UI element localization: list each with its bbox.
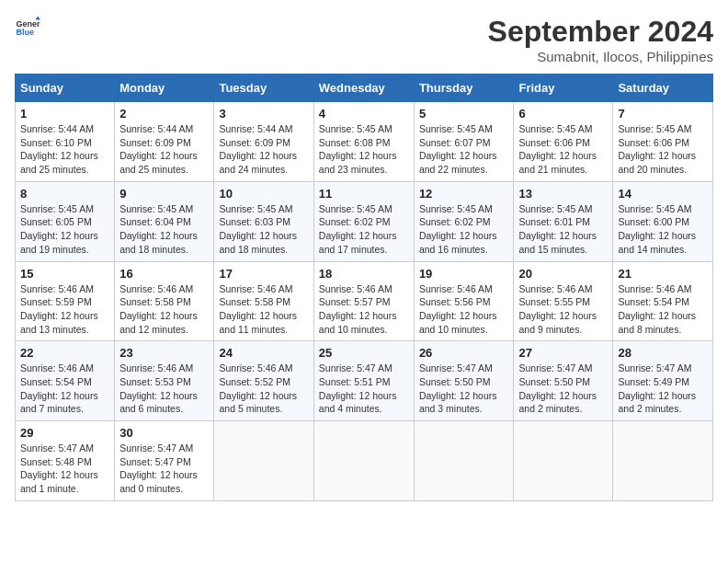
day-number: 14 [618,187,708,201]
day-number: 2 [119,107,209,121]
table-cell: 8Sunrise: 5:45 AM Sunset: 6:05 PM Daylig… [16,181,115,261]
col-tuesday: Tuesday [214,75,313,102]
table-cell: 16Sunrise: 5:46 AM Sunset: 5:58 PM Dayli… [115,261,214,341]
day-info: Sunrise: 5:46 AM Sunset: 5:58 PM Dayligh… [119,282,209,337]
day-number: 30 [119,426,209,440]
logo-icon: General Blue [15,15,40,40]
table-cell: 7Sunrise: 5:45 AM Sunset: 6:06 PM Daylig… [613,102,713,182]
day-number: 21 [618,267,708,281]
day-info: Sunrise: 5:45 AM Sunset: 6:07 PM Dayligh… [419,122,509,177]
day-number: 11 [319,187,409,201]
day-number: 18 [319,267,409,281]
day-info: Sunrise: 5:45 AM Sunset: 6:06 PM Dayligh… [618,122,708,177]
table-cell [313,421,414,501]
table-cell: 6Sunrise: 5:45 AM Sunset: 6:06 PM Daylig… [514,102,613,182]
table-cell [414,421,514,501]
day-info: Sunrise: 5:44 AM Sunset: 6:09 PM Dayligh… [219,122,308,177]
table-cell: 27Sunrise: 5:47 AM Sunset: 5:50 PM Dayli… [514,341,613,421]
col-wednesday: Wednesday [313,75,414,102]
table-cell: 26Sunrise: 5:47 AM Sunset: 5:50 PM Dayli… [414,341,514,421]
day-number: 5 [419,107,509,121]
col-friday: Friday [514,75,613,102]
calendar-week-row: 22Sunrise: 5:46 AM Sunset: 5:54 PM Dayli… [16,341,713,421]
day-info: Sunrise: 5:46 AM Sunset: 5:54 PM Dayligh… [618,282,708,337]
table-cell: 20Sunrise: 5:46 AM Sunset: 5:55 PM Dayli… [514,261,613,341]
table-cell: 9Sunrise: 5:45 AM Sunset: 6:04 PM Daylig… [115,181,214,261]
page-header: General Blue September 2024 Sumabnit, Il… [15,15,713,64]
day-number: 29 [20,426,109,440]
table-cell: 21Sunrise: 5:46 AM Sunset: 5:54 PM Dayli… [613,261,713,341]
day-info: Sunrise: 5:47 AM Sunset: 5:51 PM Dayligh… [319,362,409,416]
day-number: 3 [219,107,308,121]
day-number: 22 [20,346,109,360]
day-number: 20 [518,267,608,281]
table-cell [613,421,713,501]
day-number: 8 [20,187,109,201]
table-cell: 13Sunrise: 5:45 AM Sunset: 6:01 PM Dayli… [514,181,613,261]
day-number: 9 [119,187,209,201]
day-number: 1 [20,107,109,121]
col-saturday: Saturday [613,75,713,102]
day-info: Sunrise: 5:45 AM Sunset: 6:01 PM Dayligh… [518,202,608,257]
table-cell: 10Sunrise: 5:45 AM Sunset: 6:03 PM Dayli… [214,181,313,261]
day-number: 16 [119,267,209,281]
location-subtitle: Sumabnit, Ilocos, Philippines [488,49,713,64]
calendar-week-row: 8Sunrise: 5:45 AM Sunset: 6:05 PM Daylig… [16,181,713,261]
calendar-week-row: 29Sunrise: 5:47 AM Sunset: 5:48 PM Dayli… [16,421,713,501]
table-cell: 11Sunrise: 5:45 AM Sunset: 6:02 PM Dayli… [313,181,414,261]
table-cell: 2Sunrise: 5:44 AM Sunset: 6:09 PM Daylig… [115,102,214,182]
day-info: Sunrise: 5:45 AM Sunset: 6:08 PM Dayligh… [319,122,409,177]
table-cell: 28Sunrise: 5:47 AM Sunset: 5:49 PM Dayli… [613,341,713,421]
table-cell: 14Sunrise: 5:45 AM Sunset: 6:00 PM Dayli… [613,181,713,261]
day-number: 28 [618,346,708,360]
day-number: 6 [518,107,608,121]
day-info: Sunrise: 5:45 AM Sunset: 6:00 PM Dayligh… [618,202,708,257]
day-info: Sunrise: 5:46 AM Sunset: 5:53 PM Dayligh… [119,362,209,416]
table-cell: 22Sunrise: 5:46 AM Sunset: 5:54 PM Dayli… [16,341,115,421]
table-cell: 15Sunrise: 5:46 AM Sunset: 5:59 PM Dayli… [16,261,115,341]
day-info: Sunrise: 5:47 AM Sunset: 5:47 PM Dayligh… [119,442,209,496]
day-number: 17 [219,267,308,281]
table-cell: 18Sunrise: 5:46 AM Sunset: 5:57 PM Dayli… [313,261,414,341]
header-row: Sunday Monday Tuesday Wednesday Thursday… [16,75,713,102]
table-cell: 3Sunrise: 5:44 AM Sunset: 6:09 PM Daylig… [214,102,313,182]
table-cell: 12Sunrise: 5:45 AM Sunset: 6:02 PM Dayli… [414,181,514,261]
col-thursday: Thursday [414,75,514,102]
day-number: 15 [20,267,109,281]
day-info: Sunrise: 5:46 AM Sunset: 5:52 PM Dayligh… [219,362,308,416]
table-cell: 25Sunrise: 5:47 AM Sunset: 5:51 PM Dayli… [313,341,414,421]
calendar-week-row: 1Sunrise: 5:44 AM Sunset: 6:10 PM Daylig… [16,102,713,182]
svg-text:General: General [16,19,40,29]
day-info: Sunrise: 5:45 AM Sunset: 6:05 PM Dayligh… [20,202,109,257]
day-info: Sunrise: 5:46 AM Sunset: 5:54 PM Dayligh… [20,362,109,416]
day-info: Sunrise: 5:45 AM Sunset: 6:02 PM Dayligh… [419,202,509,257]
table-cell [514,421,613,501]
day-number: 27 [518,346,608,360]
calendar-table: Sunday Monday Tuesday Wednesday Thursday… [15,74,713,501]
table-cell: 4Sunrise: 5:45 AM Sunset: 6:08 PM Daylig… [313,102,414,182]
day-info: Sunrise: 5:47 AM Sunset: 5:49 PM Dayligh… [618,362,708,416]
day-info: Sunrise: 5:44 AM Sunset: 6:09 PM Dayligh… [119,122,209,177]
day-info: Sunrise: 5:45 AM Sunset: 6:06 PM Dayligh… [518,122,608,177]
table-cell: 29Sunrise: 5:47 AM Sunset: 5:48 PM Dayli… [16,421,115,501]
day-number: 19 [419,267,509,281]
col-sunday: Sunday [16,75,115,102]
table-cell: 17Sunrise: 5:46 AM Sunset: 5:58 PM Dayli… [214,261,313,341]
day-info: Sunrise: 5:46 AM Sunset: 5:59 PM Dayligh… [20,282,109,337]
table-cell: 5Sunrise: 5:45 AM Sunset: 6:07 PM Daylig… [414,102,514,182]
day-number: 12 [419,187,509,201]
day-info: Sunrise: 5:46 AM Sunset: 5:58 PM Dayligh… [219,282,308,337]
day-number: 23 [119,346,209,360]
day-number: 4 [319,107,409,121]
day-number: 24 [219,346,308,360]
day-number: 7 [618,107,708,121]
day-number: 25 [319,346,409,360]
table-cell: 30Sunrise: 5:47 AM Sunset: 5:47 PM Dayli… [115,421,214,501]
logo: General Blue [15,15,40,40]
day-info: Sunrise: 5:46 AM Sunset: 5:57 PM Dayligh… [319,282,409,337]
svg-text:Blue: Blue [16,28,34,37]
day-info: Sunrise: 5:45 AM Sunset: 6:03 PM Dayligh… [219,202,308,257]
day-info: Sunrise: 5:47 AM Sunset: 5:48 PM Dayligh… [20,442,109,496]
day-info: Sunrise: 5:44 AM Sunset: 6:10 PM Dayligh… [20,122,109,177]
svg-marker-2 [35,16,40,19]
